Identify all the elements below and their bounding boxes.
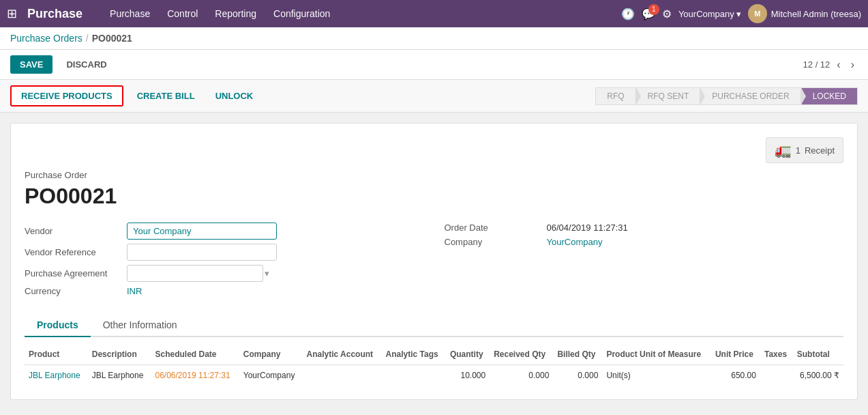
vendor-row: Vendor	[25, 223, 424, 240]
receipt-badge[interactable]: 🚛 1 Receipt	[766, 137, 843, 163]
truck-icon: 🚛	[775, 142, 792, 158]
nav-purchase[interactable]: Purchase	[103, 5, 157, 23]
company-value[interactable]: YourCompany	[547, 237, 603, 247]
currency-value[interactable]: INR	[127, 286, 142, 296]
vendor-ref-input[interactable]	[127, 244, 277, 261]
col-header-subtotal: Subtotal	[793, 344, 843, 365]
vendor-ref-row: Vendor Reference	[25, 244, 424, 261]
username: Mitchell Admin (treesa)	[771, 9, 861, 19]
clock-icon[interactable]: 🕐	[621, 8, 635, 20]
company-row: Company YourCompany	[445, 237, 844, 247]
col-header-analytic-account: Analytic Account	[303, 344, 382, 365]
col-header-description: Description	[88, 344, 151, 365]
topbar: ⊞ Purchase Purchase Control Reporting Co…	[0, 0, 868, 27]
currency-label: Currency	[25, 286, 120, 296]
col-header-received-qty: Received Qty	[490, 344, 553, 365]
cell-quantity: 10.000	[446, 365, 490, 386]
order-date-row: Order Date 06/04/2019 11:27:31	[445, 223, 844, 233]
company-dropdown-icon: ▾	[736, 9, 741, 19]
col-header-unit-price: Unit Price	[711, 344, 760, 365]
app-title: Purchase	[27, 7, 83, 21]
col-header-product: Product	[25, 344, 88, 365]
prev-record-button[interactable]: ‹	[833, 57, 843, 72]
purchase-agreement-input[interactable]	[127, 265, 263, 282]
create-bill-button[interactable]: CREATE BILL	[130, 87, 202, 105]
breadcrumb-current: PO00021	[92, 33, 132, 44]
cell-description: JBL Earphone	[88, 365, 151, 386]
receive-products-button[interactable]: RECEIVE PRODUCTS	[10, 85, 123, 106]
cell-received-qty: 0.000	[490, 365, 553, 386]
breadcrumb-separator: /	[86, 33, 89, 44]
cell-uom: Unit(s)	[602, 365, 711, 386]
grid-icon[interactable]: ⊞	[7, 6, 17, 21]
workflow-bar: RECEIVE PRODUCTS CREATE BILL UNLOCK RFQ …	[0, 80, 868, 113]
po-label: Purchase Order	[25, 170, 843, 180]
pagination-info: 12 / 12	[803, 59, 830, 70]
nav-control[interactable]: Control	[160, 5, 205, 23]
save-button[interactable]: SAVE	[10, 55, 53, 74]
unlock-button[interactable]: UNLOCK	[209, 87, 260, 105]
po-number: PO00021	[25, 184, 843, 209]
company-selector[interactable]: YourCompany ▾	[678, 9, 741, 19]
action-bar: SAVE DISCARD 12 / 12 ‹ ›	[0, 50, 868, 80]
vendor-input[interactable]	[127, 223, 277, 240]
notification-badge: 1	[648, 4, 659, 15]
next-record-button[interactable]: ›	[848, 57, 858, 72]
company-label: Company	[445, 237, 540, 247]
step-locked: LOCKED	[801, 87, 858, 105]
cell-company: YourCompany	[239, 365, 303, 386]
cell-taxes	[760, 365, 793, 386]
topbar-right: 🕐 💬 1 ⚙ YourCompany ▾ M Mitchell Admin (…	[621, 4, 861, 23]
cell-analytic-tags	[382, 365, 446, 386]
vendor-ref-label: Vendor Reference	[25, 247, 120, 257]
avatar: M	[748, 4, 767, 23]
cell-analytic-account	[303, 365, 382, 386]
cell-billed-qty: 0.000	[553, 365, 602, 386]
purchase-agreement-label: Purchase Agreement	[25, 268, 120, 278]
workflow-steps: RFQ RFQ SENT PURCHASE ORDER LOCKED	[595, 87, 858, 105]
tab-other-information[interactable]: Other Information	[91, 314, 190, 337]
user-menu[interactable]: M Mitchell Admin (treesa)	[748, 4, 861, 23]
col-header-taxes: Taxes	[760, 344, 793, 365]
nav-reporting[interactable]: Reporting	[208, 5, 263, 23]
main-content: 🚛 1 Receipt Purchase Order PO00021 Vendo…	[0, 113, 868, 410]
receipt-count: 1	[796, 145, 800, 156]
messages-icon[interactable]: 💬 1	[642, 8, 655, 20]
pagination: 12 / 12 ‹ ›	[803, 57, 858, 72]
order-date-value: 06/04/2019 11:27:31	[547, 223, 628, 233]
breadcrumb-parent[interactable]: Purchase Orders	[10, 33, 83, 44]
top-nav: Purchase Control Reporting Configuration	[103, 5, 614, 23]
cell-unit-price: 650.00	[711, 365, 760, 386]
cell-product: JBL Earphone	[25, 365, 88, 386]
receipt-label: Receipt	[805, 145, 835, 156]
table-row[interactable]: JBL Earphone JBL Earphone 06/06/2019 11:…	[25, 365, 843, 386]
col-header-uom: Product Unit of Measure	[602, 344, 711, 365]
step-purchase-order: PURCHASE ORDER	[700, 87, 800, 105]
order-date-label: Order Date	[445, 223, 540, 233]
cell-scheduled-date: 06/06/2019 11:27:31	[151, 365, 239, 386]
step-rfq: RFQ	[595, 87, 635, 105]
settings-icon[interactable]: ⚙	[662, 8, 672, 20]
tabs: Products Other Information	[25, 314, 843, 337]
purchase-agreement-row: Purchase Agreement ▾	[25, 265, 424, 282]
col-header-analytic-tags: Analytic Tags	[382, 344, 446, 365]
breadcrumb: Purchase Orders / PO00021	[0, 27, 868, 50]
cell-subtotal: 6,500.00 ₹	[793, 365, 843, 386]
form-fields: Vendor Vendor Reference Purchase Agreeme…	[25, 223, 843, 300]
col-header-company: Company	[239, 344, 303, 365]
discard-button[interactable]: DISCARD	[59, 55, 113, 74]
col-header-quantity: Quantity	[446, 344, 490, 365]
company-name: YourCompany	[678, 9, 734, 19]
products-table: Product Description Scheduled Date Compa…	[25, 344, 843, 386]
tab-products[interactable]: Products	[25, 314, 91, 337]
currency-row: Currency INR	[25, 286, 424, 296]
vendor-label: Vendor	[25, 226, 120, 236]
step-rfq-sent: RFQ SENT	[636, 87, 701, 105]
col-header-billed-qty: Billed Qty	[553, 344, 602, 365]
purchase-agreement-dropdown-icon[interactable]: ▾	[265, 268, 269, 278]
col-header-scheduled-date: Scheduled Date	[151, 344, 239, 365]
content-card: 🚛 1 Receipt Purchase Order PO00021 Vendo…	[10, 123, 858, 400]
nav-configuration[interactable]: Configuration	[267, 5, 337, 23]
